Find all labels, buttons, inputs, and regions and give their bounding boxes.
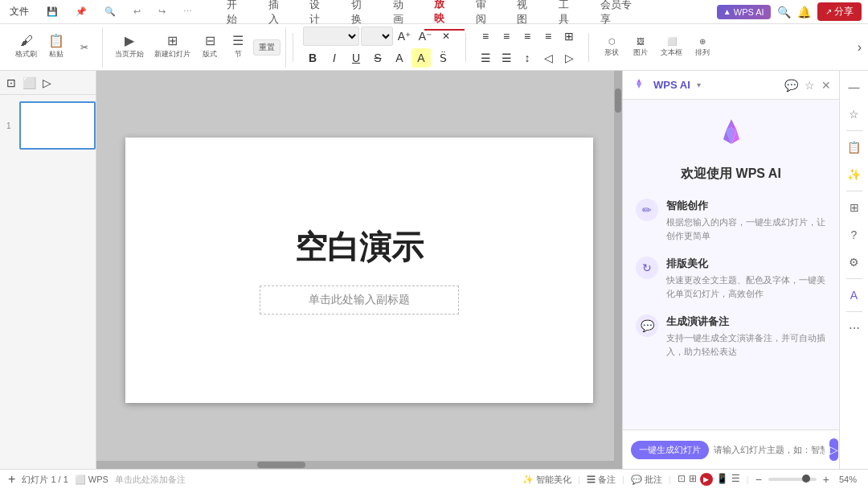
- toolbar-icon-save[interactable]: 💾: [43, 5, 61, 18]
- ai-send-button[interactable]: ▷: [829, 438, 838, 461]
- ribbon-group-paste: 🖌 格式刷 📋 粘贴 ✂: [6, 27, 103, 68]
- paste-btn[interactable]: 📋 粘贴: [43, 32, 69, 62]
- ai-text-input[interactable]: [714, 445, 825, 454]
- title-menus: 文件 💾 📌 🔍 ↩ ↪ ⋯: [6, 3, 195, 20]
- sidebar-view-icon2[interactable]: ⬜: [23, 76, 36, 89]
- menu-file[interactable]: 文件: [6, 3, 32, 20]
- toolbar-icon-more[interactable]: ⋯: [180, 5, 195, 18]
- highlight-btn[interactable]: A: [411, 48, 431, 68]
- tab-tools[interactable]: 工具: [549, 0, 589, 30]
- rt-help-btn[interactable]: ?: [843, 224, 866, 246]
- notes-label: 备注: [598, 475, 616, 484]
- horizontal-scrollbar[interactable]: [96, 461, 614, 469]
- tab-view[interactable]: 视图: [507, 0, 547, 30]
- slide-info: 幻灯片 1 / 1: [22, 474, 68, 486]
- rt-ai-active-btn[interactable]: A: [843, 284, 866, 306]
- slide-title[interactable]: 空白演示: [295, 225, 424, 269]
- font-color-btn[interactable]: A: [390, 48, 409, 68]
- toolbar-icon-search[interactable]: 🔍: [101, 5, 119, 18]
- wps-ai-button[interactable]: ▲ WPS AI: [717, 5, 771, 19]
- rt-minimize-btn[interactable]: —: [843, 76, 866, 98]
- rt-grid-btn[interactable]: ⊞: [843, 196, 866, 219]
- view-normal-icon[interactable]: ⊡: [678, 473, 686, 486]
- view-mobile-icon[interactable]: 📱: [716, 473, 728, 486]
- cut-btn[interactable]: ✂: [72, 39, 97, 55]
- tab-review[interactable]: 审阅: [466, 0, 506, 30]
- indent-dec-btn[interactable]: ◁: [538, 48, 558, 68]
- rt-clipboard-btn[interactable]: 📋: [843, 136, 866, 158]
- textbox-btn[interactable]: ⬜ 文本框: [657, 35, 686, 60]
- section-btn[interactable]: ☰ 节: [225, 32, 251, 62]
- new-slide-btn[interactable]: ⊞ 新建幻灯片: [150, 32, 194, 62]
- tab-design[interactable]: 设计: [300, 0, 340, 30]
- ai-chat-icon[interactable]: 💬: [784, 79, 798, 92]
- layout-btn[interactable]: ⊟ 版式: [197, 32, 223, 62]
- rt-settings-btn[interactable]: ⚙: [843, 251, 866, 273]
- ai-input-row: 一键生成幻灯片 ▷: [631, 438, 831, 461]
- slide-subtitle[interactable]: 单击此处输入副标题: [260, 286, 459, 314]
- search-icon[interactable]: 🔍: [777, 6, 791, 18]
- toolbar-icon-undo[interactable]: ↩: [130, 5, 144, 18]
- slide-thumbnail[interactable]: [19, 101, 96, 150]
- add-slide-btn[interactable]: +: [8, 472, 15, 487]
- add-note-text[interactable]: 单击此处添加备注: [115, 474, 186, 486]
- ai-dropdown-icon[interactable]: ▾: [697, 80, 701, 89]
- bullet-btn[interactable]: ☰: [476, 48, 495, 68]
- ai-quick-generate-btn[interactable]: 一键生成幻灯片: [631, 441, 709, 459]
- notification-icon[interactable]: 🔔: [797, 6, 811, 18]
- ai-close-icon[interactable]: ✕: [821, 79, 831, 92]
- view-grid-icon[interactable]: ⊞: [689, 473, 697, 486]
- arrange-btn[interactable]: ⊕ 排列: [690, 35, 715, 60]
- ai-star-icon[interactable]: ☆: [805, 79, 815, 92]
- comment-btn[interactable]: 💬 批注: [631, 474, 662, 486]
- italic-btn[interactable]: I: [325, 48, 344, 68]
- rt-magic-btn[interactable]: ✨: [843, 163, 866, 186]
- line-spacing-btn[interactable]: ↕: [518, 48, 537, 68]
- tab-vip[interactable]: 会员专享: [591, 0, 651, 30]
- image-icon: 🖼: [637, 37, 645, 46]
- toolbar-icon-redo[interactable]: ↪: [155, 5, 169, 18]
- slide-canvas[interactable]: 空白演示 单击此处输入副标题: [125, 138, 593, 403]
- strikethrough-btn[interactable]: S: [368, 48, 387, 68]
- sidebar-view-icon1[interactable]: ⊡: [6, 76, 16, 89]
- sidebar-view-icon3[interactable]: ▷: [43, 76, 51, 89]
- shape-icon: ⬡: [608, 37, 616, 46]
- indent-inc-btn[interactable]: ▷: [559, 48, 579, 68]
- bold-btn[interactable]: B: [303, 48, 322, 68]
- zoom-in-btn[interactable]: +: [823, 473, 829, 486]
- shadow-btn[interactable]: S̈: [433, 48, 452, 68]
- rt-star-btn[interactable]: ☆: [843, 103, 866, 125]
- shape-btn[interactable]: ⬡ 形状: [599, 35, 624, 60]
- reset-btn[interactable]: 重置: [253, 39, 280, 55]
- tab-insert[interactable]: 插入: [259, 0, 299, 30]
- separator3: |: [669, 475, 671, 484]
- start-slideshow-btn[interactable]: ▶ 当页开始: [111, 32, 148, 62]
- tab-slideshow[interactable]: 放映: [424, 0, 465, 31]
- tab-animation[interactable]: 动画: [383, 0, 424, 30]
- rt-more-btn[interactable]: ⋯: [843, 317, 866, 339]
- zoom-out-btn[interactable]: −: [755, 473, 762, 486]
- slide-item-1[interactable]: 1: [19, 101, 89, 150]
- format-brush-btn[interactable]: 🖌 格式刷: [11, 32, 41, 62]
- number-btn[interactable]: ☰: [497, 48, 516, 68]
- ai-beauty-btn[interactable]: ✨ 智能美化: [522, 474, 571, 486]
- toolbar-icon-pin[interactable]: 📌: [72, 5, 90, 18]
- share-button[interactable]: ↗ 分享: [817, 2, 862, 21]
- share-icon: ↗: [825, 7, 832, 16]
- ribbon-expand-btn[interactable]: ›: [858, 40, 862, 55]
- vertical-scrollbar[interactable]: [614, 71, 622, 469]
- tab-switch[interactable]: 切换: [342, 0, 382, 30]
- image-btn[interactable]: 🖼 图片: [628, 35, 653, 60]
- title-bar: 文件 💾 📌 🔍 ↩ ↪ ⋯ 开始 插入 设计 切换 动画 放映 审阅 视图 工…: [0, 0, 868, 24]
- view-play-icon[interactable]: ▶: [700, 473, 713, 486]
- zoom-level[interactable]: 54%: [836, 475, 860, 484]
- insert-group: ⬡ 形状 🖼 图片 ⬜ 文本框 ⊕ 排列: [596, 35, 719, 60]
- view-notes-icon[interactable]: ☰: [731, 473, 740, 486]
- notes-btn[interactable]: ☰ 备注: [587, 474, 616, 486]
- underline-btn[interactable]: U: [346, 48, 366, 68]
- tab-start[interactable]: 开始: [217, 0, 257, 30]
- zoom-slider[interactable]: [768, 478, 817, 481]
- ai-create-icon: ✏: [636, 199, 658, 221]
- image-label: 图片: [633, 47, 648, 58]
- ai-header-icons: 💬 ☆ ✕: [784, 79, 831, 92]
